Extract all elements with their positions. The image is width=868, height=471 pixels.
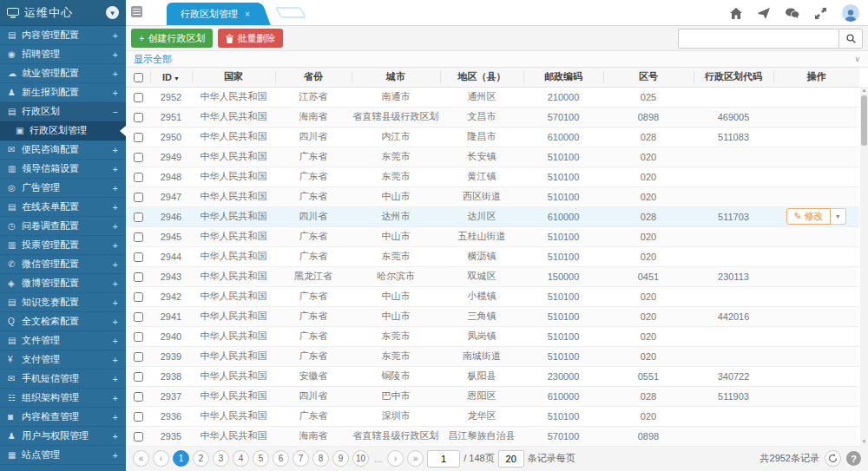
expand-plus-icon[interactable]: +: [113, 69, 118, 79]
sidebar-item-0[interactable]: ▤内容管理配置+: [0, 26, 126, 45]
table-scrollbar[interactable]: ▲ ▼: [860, 87, 868, 446]
sidebar-item-15[interactable]: Q全文检索配置+: [0, 312, 126, 331]
sidebar-item-4[interactable]: ▤行政区划−: [0, 102, 126, 121]
create-region-button[interactable]: + 创建行政区划: [131, 29, 213, 48]
row-checkbox[interactable]: [134, 412, 143, 422]
sidebar-item-9[interactable]: ▤在线表单配置+: [0, 198, 126, 217]
sidebar-item-13[interactable]: ◈微博管理配置+: [0, 274, 126, 293]
search-button[interactable]: [838, 29, 863, 49]
sidebar-item-3[interactable]: ♟新生报到配置+: [0, 83, 126, 102]
page-button-6[interactable]: 6: [273, 450, 289, 467]
sidebar-item-19[interactable]: ☷组织架构管理+: [0, 389, 126, 408]
col-header-5[interactable]: 邮政编码: [523, 68, 603, 87]
col-header-2[interactable]: 省份: [275, 68, 352, 87]
first-page-button[interactable]: «: [133, 450, 149, 467]
expand-plus-icon[interactable]: +: [113, 240, 118, 251]
expand-plus-icon[interactable]: +: [113, 202, 118, 213]
expand-plus-icon[interactable]: +: [113, 164, 118, 174]
tab-close-icon[interactable]: ×: [245, 10, 250, 19]
sidebar-item-17[interactable]: ¥支付管理+: [0, 350, 126, 370]
row-checkbox[interactable]: [134, 352, 143, 362]
sidebar-item-21[interactable]: ♟用户与权限管理+: [0, 427, 126, 446]
chat-icon[interactable]: [786, 8, 799, 19]
expand-plus-icon[interactable]: +: [113, 183, 118, 193]
expand-plus-icon[interactable]: +: [113, 393, 118, 403]
sidebar-item-1[interactable]: ◉招聘管理+: [0, 45, 126, 64]
row-checkbox[interactable]: [134, 272, 143, 282]
help-button[interactable]: ?: [846, 451, 861, 466]
sidebar-item-5[interactable]: ▣行政区划管理: [0, 121, 126, 141]
row-checkbox[interactable]: [134, 133, 143, 142]
sidebar-item-10[interactable]: ◷问卷调查配置+: [0, 217, 126, 236]
page-button-5[interactable]: 5: [253, 450, 269, 467]
last-page-button[interactable]: »: [407, 450, 424, 467]
sidebar-item-20[interactable]: ◙内容检查管理+: [0, 408, 126, 427]
expand-plus-icon[interactable]: +: [113, 355, 118, 365]
sort-desc-icon[interactable]: ▼: [174, 75, 180, 82]
edit-button[interactable]: ✎修改: [786, 208, 830, 225]
more-actions-caret-icon[interactable]: ▼: [831, 208, 846, 225]
sidebar-item-7[interactable]: ▥领导信箱设置+: [0, 160, 126, 179]
expand-plus-icon[interactable]: +: [113, 336, 118, 346]
page-button-9[interactable]: 9: [332, 450, 349, 467]
expand-plus-icon[interactable]: +: [113, 278, 118, 289]
sidebar-collapse-icon[interactable]: ▾: [106, 6, 119, 19]
expand-plus-icon[interactable]: +: [113, 259, 118, 270]
sidebar-item-12[interactable]: ✆微信管理配置+: [0, 255, 126, 274]
page-size-input[interactable]: [498, 450, 524, 468]
row-checkbox[interactable]: [134, 213, 143, 222]
expand-plus-icon[interactable]: +: [113, 431, 118, 442]
row-checkbox[interactable]: [134, 372, 143, 382]
page-button-1[interactable]: 1: [173, 450, 189, 467]
row-checkbox[interactable]: [134, 392, 143, 402]
fullscreen-icon[interactable]: [815, 8, 826, 19]
expand-plus-icon[interactable]: +: [113, 374, 118, 384]
search-input[interactable]: [678, 29, 838, 49]
collapse-minus-icon[interactable]: −: [113, 107, 118, 117]
page-button-4[interactable]: 4: [233, 450, 249, 467]
page-button-3[interactable]: 3: [213, 450, 229, 467]
row-checkbox[interactable]: [134, 173, 143, 182]
col-header-1[interactable]: 国家: [192, 68, 275, 87]
page-number-input[interactable]: [427, 450, 460, 468]
expand-plus-icon[interactable]: +: [113, 88, 118, 98]
select-all-checkbox[interactable]: [134, 73, 143, 82]
refresh-button[interactable]: [825, 450, 841, 467]
sidebar-item-6[interactable]: ✉便民咨询配置+: [0, 141, 126, 160]
col-header-6[interactable]: 区号: [603, 68, 694, 87]
row-checkbox[interactable]: [134, 113, 143, 122]
expand-plus-icon[interactable]: +: [113, 298, 118, 308]
expand-plus-icon[interactable]: +: [113, 412, 118, 422]
avatar[interactable]: [842, 4, 859, 22]
page-button-7[interactable]: 7: [293, 450, 309, 467]
col-header-0[interactable]: ID▼: [150, 68, 192, 87]
sidebar-item-8[interactable]: ◎广告管理+: [0, 179, 126, 198]
scrollbar-thumb[interactable]: [861, 95, 867, 146]
tab-list-icon[interactable]: [131, 6, 142, 17]
expand-plus-icon[interactable]: +: [113, 49, 118, 60]
page-button-2[interactable]: 2: [193, 450, 209, 467]
expand-plus-icon[interactable]: +: [113, 30, 118, 41]
row-checkbox[interactable]: [134, 432, 143, 442]
row-checkbox[interactable]: [134, 252, 143, 262]
sidebar-item-18[interactable]: ✉手机短信管理+: [0, 370, 126, 389]
show-all-link[interactable]: 显示全部: [134, 53, 172, 66]
col-header-7[interactable]: 行政区划代码: [694, 68, 773, 87]
sidebar-item-2[interactable]: ☁就业管理配置+: [0, 64, 126, 83]
expand-plus-icon[interactable]: +: [113, 145, 118, 155]
scroll-down-icon[interactable]: ▼: [860, 438, 868, 446]
row-checkbox[interactable]: [134, 312, 143, 322]
row-checkbox[interactable]: [134, 193, 143, 202]
send-icon[interactable]: [758, 8, 770, 19]
col-header-8[interactable]: 操作: [773, 68, 859, 87]
page-button-10[interactable]: 10: [352, 450, 369, 467]
sidebar-item-14[interactable]: ▤知识竞赛配置+: [0, 293, 126, 312]
tab-region-management[interactable]: 行政区划管理 ×: [167, 3, 259, 25]
next-page-button[interactable]: ›: [387, 450, 404, 467]
sidebar-item-11[interactable]: ▥投票管理配置+: [0, 236, 126, 255]
scroll-up-icon[interactable]: ▲: [860, 87, 868, 95]
expand-plus-icon[interactable]: +: [113, 450, 118, 461]
col-header-3[interactable]: 城市: [352, 68, 440, 87]
expand-plus-icon[interactable]: +: [113, 317, 118, 327]
row-checkbox[interactable]: [134, 93, 143, 102]
